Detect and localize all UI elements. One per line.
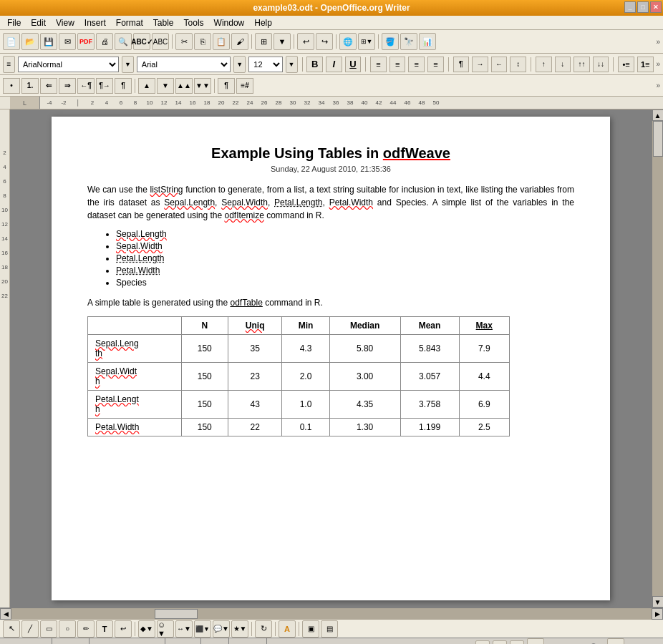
para-spacing-button[interactable]: ¶ (453, 57, 470, 72)
view-web-btn[interactable]: ⊞ (493, 640, 507, 645)
extrude-tool[interactable]: ▤ (321, 620, 338, 638)
h-scroll-thumb[interactable] (155, 609, 198, 619)
rotate-tool[interactable]: ↻ (255, 620, 272, 638)
undo-button[interactable]: ↩ (297, 33, 314, 50)
indent-btn[interactable]: ⇒ (59, 78, 76, 94)
rect-tool[interactable]: ▭ (40, 620, 57, 638)
redo-button[interactable]: ↪ (316, 33, 333, 50)
scroll-up-arrow[interactable]: ▲ (652, 109, 664, 121)
underline-button[interactable]: U (345, 57, 362, 72)
status-std[interactable]: STD (201, 638, 229, 644)
status-insrt[interactable]: INSRT (165, 638, 201, 644)
styles-dropdown-btn[interactable]: ≡ (3, 56, 15, 73)
indent-less-button[interactable]: ← (491, 57, 508, 72)
font-size-dropdown[interactable]: ▼ (286, 56, 298, 73)
insert-table-button[interactable]: ⊞ (255, 33, 272, 50)
stars-tool[interactable]: ★▼ (231, 620, 248, 638)
show-formatting-btn[interactable]: ¶ (218, 78, 235, 94)
line-spacing-1[interactable]: ↑ (536, 57, 552, 72)
line-spacing-2[interactable]: ↓ (555, 57, 571, 72)
scroll-thumb[interactable] (653, 121, 663, 157)
list-unordered-button[interactable]: •≡ (618, 57, 634, 72)
clone-format-button[interactable]: 🖌 (231, 33, 248, 50)
list-bullet-btn[interactable]: • (3, 78, 20, 94)
shadow-tool[interactable]: ▣ (302, 620, 319, 638)
list-number-btn[interactable]: 1. (21, 78, 39, 94)
menu-tools[interactable]: Tools (180, 16, 208, 29)
italic-button[interactable]: I (326, 57, 342, 72)
font-name-dropdown[interactable]: ▼ (122, 56, 134, 73)
table-dropdown[interactable]: ▼ (274, 33, 291, 50)
save-button[interactable]: 💾 (40, 33, 57, 50)
toolbar-expand[interactable]: » (656, 38, 660, 46)
scroll-left-arrow[interactable]: ◀ (0, 608, 11, 620)
para-toolbar-expand[interactable]: » (656, 82, 660, 89)
align-center-button[interactable]: ≡ (389, 57, 406, 72)
open-button[interactable]: 📂 (21, 33, 39, 50)
menu-file[interactable]: File (3, 16, 25, 29)
shapes-tool[interactable]: ◆▼ (138, 620, 155, 638)
para-format-btn[interactable]: ¶ (115, 78, 132, 94)
scroll-track[interactable] (652, 121, 663, 596)
font-toolbar-expand[interactable]: » (657, 60, 661, 68)
flowchart-tool[interactable]: ⬛▼ (194, 620, 211, 638)
font-style-dropdown[interactable]: ▼ (233, 56, 246, 73)
cursor-tool[interactable]: ↖ (3, 620, 20, 638)
align-justify-button[interactable]: ≡ (427, 57, 444, 72)
line-tool[interactable]: ╱ (21, 620, 39, 638)
bidi-left-btn[interactable]: ←¶ (77, 78, 95, 94)
menu-window[interactable]: Window (210, 16, 249, 29)
para-up-btn[interactable]: ▲ (138, 78, 155, 94)
para-up2-btn[interactable]: ▲▲ (175, 78, 193, 94)
view-book-btn[interactable]: 📖 (510, 640, 524, 645)
menu-view[interactable]: View (52, 16, 79, 29)
maximize-button[interactable]: □ (637, 1, 649, 13)
numbered-list2-btn[interactable]: ≡# (236, 78, 253, 94)
font-name-select[interactable]: AriaNormal (18, 57, 119, 72)
find-button[interactable]: 🔭 (400, 33, 417, 50)
callout-anchor-tool[interactable]: ↩ (115, 620, 132, 638)
bold-button[interactable]: B (306, 57, 323, 72)
list-ordered-button[interactable]: 1≡ (637, 57, 654, 72)
font-style-select[interactable]: Arial (137, 57, 231, 72)
ellipse-tool[interactable]: ○ (59, 620, 76, 638)
fontwork-tool[interactable]: A (279, 620, 296, 638)
right-scrollbar[interactable]: ▲ ▼ (652, 109, 663, 608)
menu-insert[interactable]: Insert (80, 16, 110, 29)
menu-edit[interactable]: Edit (26, 16, 50, 29)
print-button[interactable]: 🖨 (96, 33, 113, 50)
line-spacing-3[interactable]: ↑↑ (574, 57, 590, 72)
paint-bucket-button[interactable]: 🪣 (382, 33, 399, 50)
scroll-right-arrow[interactable]: ▶ (652, 608, 663, 620)
copy-button[interactable]: ⎘ (194, 33, 211, 50)
menu-table[interactable]: Table (149, 16, 178, 29)
para-down2-btn[interactable]: ▼▼ (194, 78, 211, 94)
cut-button[interactable]: ✂ (175, 33, 193, 50)
export-pdf-button[interactable]: PDF (77, 33, 95, 50)
menu-help[interactable]: Help (250, 16, 276, 29)
spellcheck-button[interactable]: ABC✓ (133, 33, 150, 50)
email-button[interactable]: ✉ (59, 33, 76, 50)
navigator-button[interactable]: 🌐 (339, 33, 357, 50)
page-container[interactable]: Example Using Tables in odfWeave Sunday,… (10, 109, 652, 608)
insert-table2-button[interactable]: ⊞▼ (358, 33, 375, 50)
indent-more-button[interactable]: → (472, 57, 488, 72)
text-tool[interactable]: T (96, 620, 113, 638)
zoom-in-btn[interactable]: + (607, 638, 624, 645)
zoom-out-btn[interactable]: − (527, 638, 544, 645)
align-left-button[interactable]: ≡ (370, 57, 387, 72)
datasource-button[interactable]: 📊 (419, 33, 436, 50)
autocorrect-button[interactable]: ABC (152, 33, 169, 50)
arrows-tool[interactable]: ↔▼ (175, 620, 193, 638)
font-size-select[interactable]: 12 (248, 57, 282, 72)
linespacing-button[interactable]: ↕ (510, 57, 526, 72)
h-scroll-track[interactable] (11, 608, 652, 619)
bottom-scrollbar[interactable]: ◀ ▶ (0, 608, 663, 619)
freeform-tool[interactable]: ✏ (77, 620, 95, 638)
close-button[interactable]: ✕ (650, 1, 662, 13)
outdent-btn[interactable]: ⇐ (40, 78, 57, 94)
view-normal-btn[interactable]: ▭ (475, 640, 490, 645)
minimize-button[interactable]: _ (624, 1, 636, 13)
new-button[interactable]: 📄 (3, 33, 20, 50)
para-down-btn[interactable]: ▼ (157, 78, 174, 94)
